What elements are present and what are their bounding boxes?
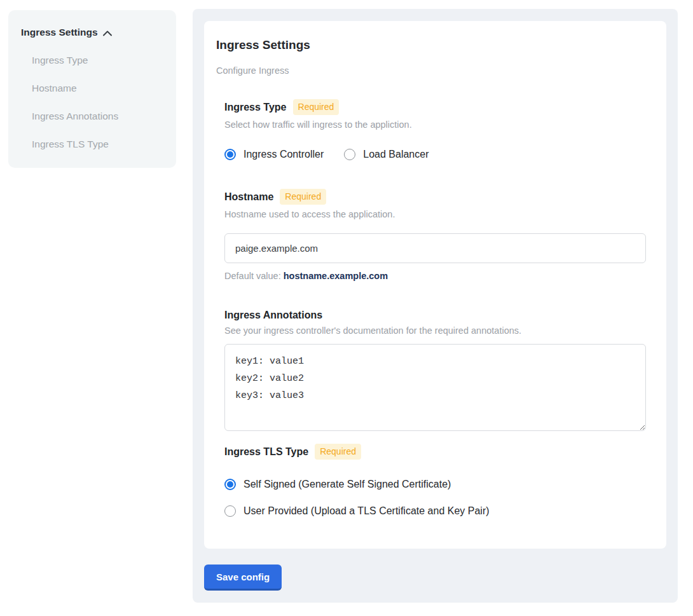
required-badge: Required: [280, 189, 326, 205]
ingress-annotations-label: Ingress Annotations: [224, 310, 322, 321]
sidebar-nav: Ingress Type Hostname Ingress Annotation…: [21, 55, 163, 150]
required-badge: Required: [315, 444, 361, 460]
sidebar-item-ingress-annotations[interactable]: Ingress Annotations: [32, 111, 163, 122]
required-badge: Required: [293, 99, 340, 115]
radio-ingress-controller-label: Ingress Controller: [244, 149, 324, 160]
sidebar-item-hostname[interactable]: Hostname: [32, 83, 163, 94]
section-ingress-tls-type: Ingress TLS Type Required Self Signed (G…: [224, 444, 646, 517]
sidebar-group-label: Ingress Settings: [21, 27, 98, 38]
page-title: Ingress Settings: [216, 38, 646, 52]
ingress-type-radio-group: Ingress Controller Load Balancer: [224, 149, 646, 160]
sidebar-item-ingress-type[interactable]: Ingress Type: [32, 55, 163, 66]
radio-icon[interactable]: [224, 505, 236, 517]
ingress-settings-card: Ingress Settings Configure Ingress Ingre…: [204, 21, 666, 549]
ingress-annotations-textarea[interactable]: key1: value1 key2: value2 key3: value3: [224, 344, 646, 431]
hostname-input[interactable]: [224, 233, 646, 263]
ingress-annotations-help: See your ingress controller's documentat…: [224, 325, 646, 336]
ingress-settings-panel: Ingress Settings Configure Ingress Ingre…: [193, 9, 678, 603]
radio-icon[interactable]: [224, 479, 236, 490]
ingress-type-label: Ingress Type: [224, 102, 287, 113]
page: Ingress Settings Ingress Type Hostname I…: [0, 0, 693, 616]
radio-ingress-controller[interactable]: Ingress Controller: [224, 149, 324, 160]
hostname-default-note: Default value: hostname.example.com: [224, 271, 646, 281]
ingress-type-help: Select how traffic will ingress to the a…: [224, 120, 646, 130]
sidebar-item-ingress-tls-type[interactable]: Ingress TLS Type: [32, 139, 163, 150]
save-config-button[interactable]: Save config: [204, 565, 282, 591]
radio-self-signed-label: Self Signed (Generate Self Signed Certif…: [244, 479, 451, 490]
ingress-tls-type-label: Ingress TLS Type: [224, 446, 308, 458]
section-ingress-annotations: Ingress Annotations See your ingress con…: [224, 310, 646, 431]
radio-user-provided[interactable]: User Provided (Upload a TLS Certificate …: [224, 505, 646, 517]
default-value-prefix: Default value:: [224, 271, 281, 281]
hostname-label: Hostname: [224, 191, 273, 203]
page-subtitle: Configure Ingress: [216, 65, 646, 76]
section-ingress-type: Ingress Type Required Select how traffic…: [224, 99, 646, 160]
radio-load-balancer[interactable]: Load Balancer: [344, 149, 429, 160]
hostname-help: Hostname used to access the application.: [224, 209, 646, 219]
radio-user-provided-label: User Provided (Upload a TLS Certificate …: [244, 505, 490, 517]
radio-load-balancer-label: Load Balancer: [363, 149, 429, 160]
form-sections: Ingress Type Required Select how traffic…: [224, 99, 646, 517]
section-hostname: Hostname Required Hostname used to acces…: [224, 189, 646, 281]
settings-sidebar: Ingress Settings Ingress Type Hostname I…: [8, 10, 176, 168]
radio-icon[interactable]: [224, 149, 236, 160]
default-value-text: hostname.example.com: [284, 271, 388, 281]
ingress-tls-radio-group: Self Signed (Generate Self Signed Certif…: [224, 479, 646, 517]
radio-icon[interactable]: [344, 149, 355, 160]
chevron-up-icon: [103, 31, 112, 36]
sidebar-group-ingress-settings[interactable]: Ingress Settings: [21, 27, 163, 38]
radio-self-signed[interactable]: Self Signed (Generate Self Signed Certif…: [224, 479, 646, 490]
